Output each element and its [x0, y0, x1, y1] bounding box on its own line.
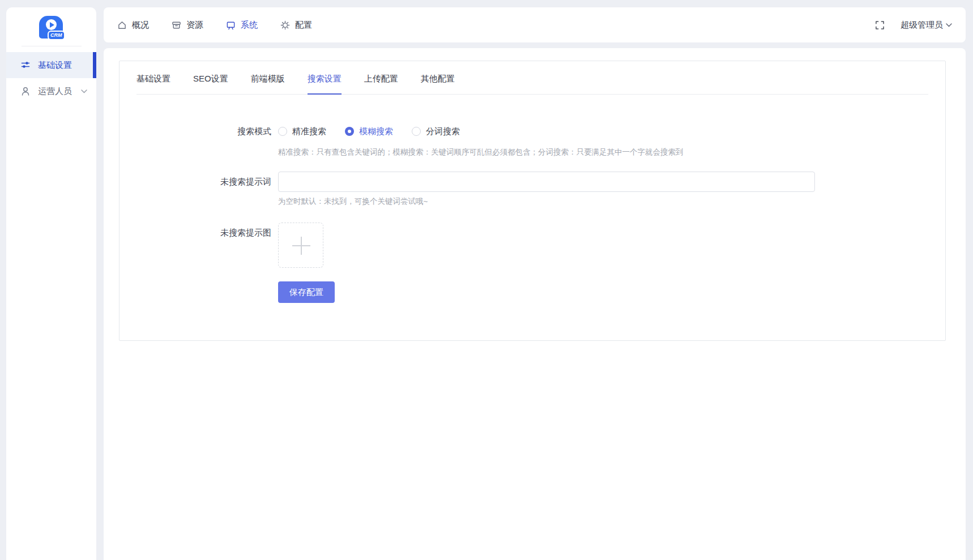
- header-right: 超级管理员: [875, 20, 952, 31]
- tab-seo-settings[interactable]: SEO设置: [193, 72, 228, 94]
- search-mode-row: 搜索模式 精准搜索 模糊搜索 分词搜索: [136, 123, 928, 140]
- save-config-button[interactable]: 保存配置: [278, 281, 335, 303]
- nav-item-system[interactable]: 系统: [226, 20, 258, 31]
- radio-fuzzy-search[interactable]: 模糊搜索: [345, 123, 393, 140]
- radio-circle-icon: [412, 127, 421, 136]
- chevron-down-icon: [946, 23, 952, 27]
- settings-card: 基础设置 SEO设置 前端模版 搜索设置 上传配置 其他配置 搜索模式 精准搜索…: [119, 61, 946, 341]
- sidebar-item-label: 运营人员: [38, 86, 72, 97]
- tab-frontend-template[interactable]: 前端模版: [251, 72, 285, 94]
- radio-label: 分词搜索: [426, 126, 460, 137]
- sidebar-divider: [22, 46, 82, 46]
- no-search-word-hint: 为空时默认：未找到，可换个关键词尝试哦~: [278, 197, 928, 206]
- sidebar-item-label: 基础设置: [38, 60, 72, 71]
- radio-label: 模糊搜索: [359, 126, 393, 137]
- radio-label: 精准搜索: [292, 126, 326, 137]
- radio-precise-search[interactable]: 精准搜索: [278, 123, 326, 140]
- search-mode-hint: 精准搜索：只有查包含关键词的；模糊搜索：关键词顺序可乱但必须都包含；分词搜索：只…: [278, 148, 928, 156]
- nav-item-config[interactable]: 配置: [280, 20, 312, 31]
- radio-segment-search[interactable]: 分词搜索: [412, 123, 460, 140]
- chevron-down-icon: [81, 89, 87, 93]
- no-search-word-input[interactable]: [278, 172, 815, 192]
- app-logo: CRM: [6, 7, 96, 42]
- nav-item-label: 概况: [132, 20, 149, 31]
- play-icon: [46, 19, 57, 30]
- logo-label: CRM: [48, 31, 65, 40]
- sliders-icon: [20, 60, 31, 70]
- nav-item-label: 配置: [295, 20, 312, 31]
- main-content: 基础设置 SEO设置 前端模版 搜索设置 上传配置 其他配置 搜索模式 精准搜索…: [104, 48, 966, 560]
- nav-item-resources[interactable]: 资源: [172, 20, 203, 31]
- no-search-image-upload[interactable]: [278, 223, 323, 268]
- user-menu[interactable]: 超级管理员: [901, 20, 952, 31]
- tab-other-config[interactable]: 其他配置: [421, 72, 455, 94]
- archive-box-icon: [172, 20, 181, 30]
- tab-basic-settings[interactable]: 基础设置: [136, 72, 170, 94]
- tab-upload-config[interactable]: 上传配置: [364, 72, 398, 94]
- top-header: 概况 资源 系统: [104, 7, 966, 42]
- sidebar: CRM 基础设置 运营人员: [6, 7, 96, 560]
- save-row: 保存配置: [136, 281, 928, 303]
- person-icon: [20, 86, 31, 96]
- sidebar-item-basic-settings[interactable]: 基础设置: [6, 52, 96, 78]
- user-name: 超级管理员: [901, 20, 943, 31]
- search-settings-form: 搜索模式 精准搜索 模糊搜索 分词搜索 精准搜索：只有查: [136, 123, 928, 303]
- nav-item-overview[interactable]: 概况: [117, 20, 149, 31]
- no-search-image-label: 未搜索提示图: [136, 223, 278, 238]
- crm-logo-icon: CRM: [38, 15, 65, 41]
- radio-circle-icon: [278, 127, 287, 136]
- nav-item-label: 资源: [186, 20, 203, 31]
- home-icon: [117, 20, 127, 30]
- gear-icon: [280, 20, 290, 30]
- radio-circle-icon: [345, 127, 354, 136]
- sidebar-item-operators[interactable]: 运营人员: [6, 78, 96, 104]
- search-mode-radio-group: 精准搜索 模糊搜索 分词搜索: [278, 123, 479, 140]
- nav-item-label: 系统: [241, 20, 258, 31]
- no-search-image-row: 未搜索提示图: [136, 223, 928, 268]
- settings-tabs: 基础设置 SEO设置 前端模版 搜索设置 上传配置 其他配置: [136, 61, 928, 95]
- monitor-icon: [226, 20, 236, 30]
- tab-search-settings[interactable]: 搜索设置: [308, 72, 342, 95]
- no-search-word-row: 未搜索提示词: [136, 172, 928, 192]
- search-mode-label: 搜索模式: [136, 126, 278, 137]
- fullscreen-icon[interactable]: [875, 20, 885, 30]
- no-search-word-label: 未搜索提示词: [136, 177, 278, 187]
